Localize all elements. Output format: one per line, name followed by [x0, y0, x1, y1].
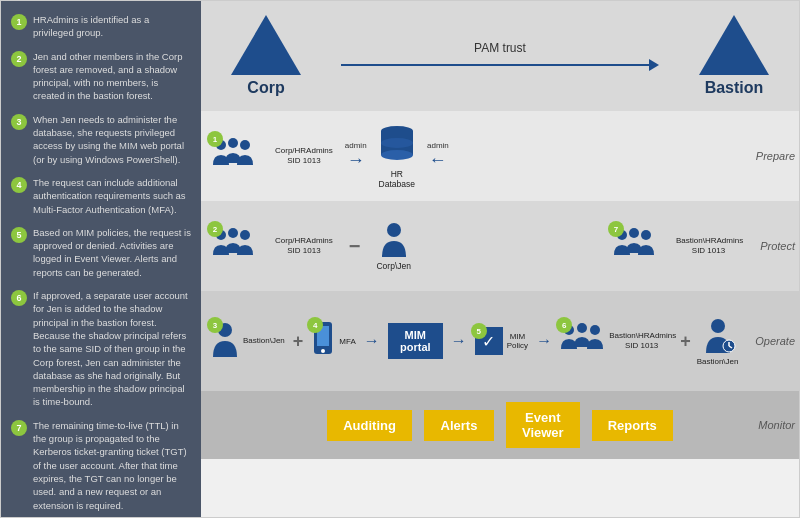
bastion-hradmins-label: Bastion\HRAdminsSID 1013 — [676, 236, 741, 257]
protect-content: 2 Corp/HRAdminsSID 1013 — [201, 201, 799, 290]
prepare-content: 1 Corp/HRAd — [201, 111, 799, 200]
bastion-label: Bastion — [705, 79, 764, 97]
monitor-label: Monitor — [758, 419, 795, 431]
event-viewer-button[interactable]: Event Viewer — [506, 402, 580, 448]
step-7-text: The remaining time-to-live (TTL) in the … — [33, 419, 191, 512]
operate-content: 3 Bastion\Jen + 4 — [201, 291, 799, 390]
bastion-triangle — [699, 15, 769, 75]
mim-policy-label: MIMPolicy — [507, 332, 528, 350]
step-1-number: 1 — [11, 14, 27, 30]
bastion-container: Bastion — [699, 15, 769, 97]
step-4-number: 4 — [11, 177, 27, 193]
step-5-item: 5 Based on MIM policies, the request is … — [11, 226, 191, 279]
step3-badge-container: 3 — [211, 321, 239, 361]
corp-hradmins-protect-label: Corp/HRAdminsSID 1013 — [275, 236, 333, 257]
hr-database-figure: HRDatabase — [379, 123, 415, 189]
step1-badge-container: 1 — [211, 135, 261, 177]
step-3-item: 3 When Jen needs to administer the datab… — [11, 113, 191, 166]
step-1-item: 1 HRAdmins is identified as a privileged… — [11, 13, 191, 40]
svg-point-1 — [228, 138, 238, 148]
pam-trust-text: PAM trust — [474, 41, 526, 55]
left-arrow: → — [429, 150, 447, 171]
arrow-line — [341, 59, 659, 71]
step-1-text: HRAdmins is identified as a privileged g… — [33, 13, 191, 40]
step-6-number: 6 — [11, 290, 27, 306]
arrow-head — [649, 59, 659, 71]
operate-arrow2: → — [451, 332, 467, 350]
auditing-button[interactable]: Auditing — [327, 410, 412, 441]
step2-badge: 2 — [207, 221, 223, 237]
protect-section: 2 Corp/HRAdminsSID 1013 — [201, 201, 799, 291]
prepare-label: Prepare — [756, 150, 795, 162]
left-panel: 1 HRAdmins is identified as a privileged… — [1, 1, 201, 517]
plus-sign1: + — [293, 331, 304, 352]
step-3-text: When Jen needs to administer the databas… — [33, 113, 191, 166]
step-2-number: 2 — [11, 51, 27, 67]
step-5-number: 5 — [11, 227, 27, 243]
operate-section: 3 Bastion\Jen + 4 — [201, 291, 799, 391]
svg-point-12 — [629, 228, 639, 238]
corp-jen-label: Corp\Jen — [376, 261, 411, 271]
step-2-text: Jen and other members in the Corp forest… — [33, 50, 191, 103]
right-arrow: → — [347, 150, 365, 171]
mim-portal-box: MIMportal — [388, 323, 443, 359]
protect-row: 2 Corp/HRAdminsSID 1013 — [201, 201, 799, 291]
monitor-content: Auditing Alerts Event Viewer Reports Mon… — [201, 391, 799, 459]
operate-arrow3: → — [536, 332, 552, 350]
step-7-item: 7 The remaining time-to-live (TTL) in th… — [11, 419, 191, 512]
mim-portal-container: MIMportal — [388, 323, 443, 359]
corp-label: Corp — [247, 79, 284, 97]
monitor-section: Auditing Alerts Event Viewer Reports — [201, 391, 799, 459]
hr-database-icon — [379, 123, 415, 167]
step5-badge: 5 — [471, 323, 487, 339]
step6-badge: 6 — [556, 317, 572, 333]
mfa-label: MFA — [339, 337, 355, 346]
svg-point-10 — [387, 223, 401, 237]
corp-jen-figure: Corp\Jen — [376, 221, 411, 271]
operate-label: Operate — [755, 335, 795, 347]
step-2-item: 2 Jen and other members in the Corp fore… — [11, 50, 191, 103]
step-3-number: 3 — [11, 114, 27, 130]
svg-point-21 — [711, 319, 725, 333]
protect-label: Protect — [760, 240, 795, 252]
plus-sign2: + — [680, 331, 691, 352]
corp-container: Corp — [231, 15, 301, 97]
prepare-row: 1 Corp/HRAd — [201, 111, 799, 201]
corp-triangle — [231, 15, 301, 75]
alerts-button[interactable]: Alerts — [424, 410, 494, 441]
admin-arrow-left: admin → — [345, 141, 367, 171]
prepare-section: 1 Corp/HRAd — [201, 111, 799, 201]
step-6-text: If approved, a separate user account for… — [33, 289, 191, 409]
step-5-text: Based on MIM policies, the request is ap… — [33, 226, 191, 279]
step-4-item: 4 The request can include additional aut… — [11, 176, 191, 216]
bastion-jen-label2: Bastion\Jen — [697, 357, 739, 366]
hr-database-label: HRDatabase — [379, 169, 415, 189]
svg-point-19 — [577, 323, 587, 333]
step7-badge: 7 — [608, 221, 624, 237]
arrow-shaft — [341, 64, 649, 66]
bastion-jen-clock-container — [704, 317, 732, 355]
step-7-number: 7 — [11, 420, 27, 436]
svg-point-6 — [381, 138, 413, 148]
bastion-jen-figure2: Bastion\Jen — [697, 317, 739, 366]
right-panel: Corp PAM trust Bastion — [201, 1, 799, 517]
pam-trust-section: Corp PAM trust Bastion — [201, 1, 799, 111]
main-container: 1 HRAdmins is identified as a privileged… — [0, 0, 800, 518]
corp-jen-icon — [380, 221, 408, 259]
step2-badge-container: 2 — [211, 225, 261, 267]
svg-point-9 — [240, 230, 250, 240]
operate-row: 3 Bastion\Jen + 4 — [201, 291, 799, 391]
admin-left-label: admin — [345, 141, 367, 150]
svg-point-2 — [240, 140, 250, 150]
bastion-hradmins-operate-label: Bastion\HRAdminsSID 1013 — [609, 331, 674, 352]
step3-badge: 3 — [207, 317, 223, 333]
bastion-hradmins-badge-container: 7 — [612, 225, 662, 267]
reports-button[interactable]: Reports — [592, 410, 673, 441]
corp-hradmins-label: Corp/HRAdminsSID 1013 — [275, 146, 333, 167]
sections-container: 1 Corp/HRAd — [201, 111, 799, 517]
step4-badge-container: 4 — [311, 321, 335, 361]
clock-icon — [722, 339, 736, 353]
svg-point-5 — [381, 150, 413, 160]
step-4-text: The request can include additional authe… — [33, 176, 191, 216]
svg-point-20 — [590, 325, 600, 335]
